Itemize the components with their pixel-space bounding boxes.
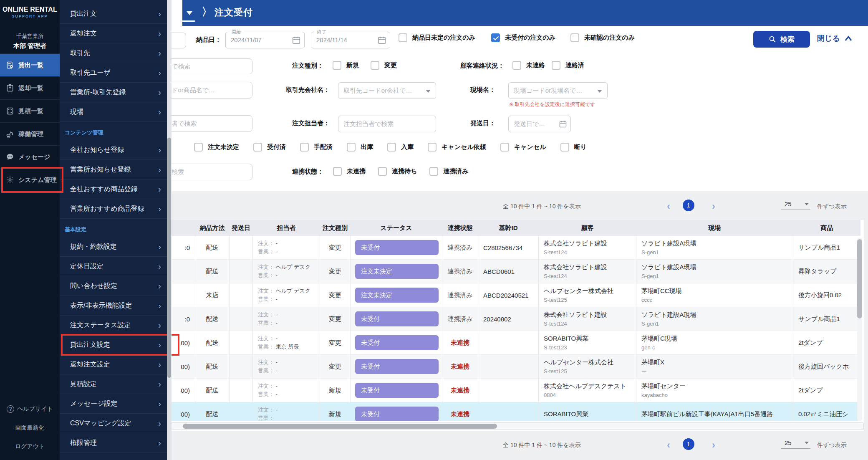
status-badge[interactable]: 未受付	[355, 311, 439, 326]
flyout-item-label: 営業所おすすめ商品登録	[70, 205, 144, 213]
status-checkbox[interactable]: 断り	[560, 143, 587, 152]
flyout-menu-item[interactable]: 貸出注文設定 ›	[60, 335, 167, 355]
close-filter-button[interactable]: 閉じる	[817, 33, 853, 43]
status-checkbox[interactable]: 受付済	[253, 143, 286, 152]
status-checkbox[interactable]: キャンセル依頼	[428, 143, 486, 152]
help-site-link[interactable]: ヘルプサイト	[0, 399, 60, 418]
table-row[interactable]: :0 配送 注文： - 営業： - 変更 未受付 連携済み	[100, 236, 860, 260]
order-type-checkbox[interactable]: 新規	[333, 61, 359, 70]
table-row[interactable]: 00) 配送 注文： - 営業： - 新規 未受付 未連携	[100, 379, 860, 402]
table-row[interactable]: 来店 注文： ヘルプ デスク 営業： - 変更 注文未決定 連携済み	[100, 283, 860, 307]
contact-status-checkbox[interactable]: 連絡済	[552, 61, 584, 70]
order-type-checkbox[interactable]: 変更	[371, 61, 397, 70]
flyout-menu-item[interactable]: 規約・約款設定 ›	[60, 237, 167, 257]
contact-status-checkbox[interactable]: 未連絡	[512, 61, 545, 70]
table-row[interactable]: :0 配送 注文： - 営業： - 変更 未受付 連携済み	[100, 307, 860, 331]
current-page-button[interactable]: 1	[683, 438, 694, 450]
sidebar-item-estimate-list[interactable]: 見積一覧	[0, 99, 60, 122]
search-button[interactable]: 検索	[753, 31, 810, 48]
status-badge[interactable]: 未受付	[355, 407, 439, 421]
header-tab-underline	[182, 20, 195, 22]
checkbox-unaccepted-orders[interactable]: 未受付の注文のみ	[491, 33, 555, 42]
cell-person: 注文： - 営業： 東京 所長	[252, 331, 320, 354]
scrollbar-thumb[interactable]	[167, 138, 171, 378]
table-row[interactable]: 00) 配送 注文： - 営業： 東京 所長 変更 未受付 未連携	[100, 331, 860, 355]
delivery-start-input[interactable]: 開始 2024/11/07	[225, 32, 305, 48]
site-name-select[interactable]: 現場コードor現場名で…	[508, 82, 608, 99]
flyout-menu-item[interactable]: 全社おすすめ商品登録 ›	[60, 179, 167, 199]
calendar-icon[interactable]	[292, 35, 301, 45]
flyout-menu-item[interactable]: 取引先ユーザ ›	[60, 63, 167, 83]
link-status-checkbox[interactable]: 未連携	[333, 167, 366, 176]
flyout-menu-item[interactable]: 営業所おすすめ商品登録 ›	[60, 199, 167, 219]
status-badge[interactable]: 注文未決定	[355, 288, 439, 303]
sidebar-item-lend-list[interactable]: 貸出一覧	[0, 53, 60, 76]
table-horizontal-scrollbar[interactable]	[63, 422, 864, 430]
refresh-screen-link[interactable]: 画面最新化	[0, 418, 60, 437]
status-checkbox[interactable]: 出庫	[347, 143, 373, 152]
prev-page-button[interactable]: ‹	[667, 201, 670, 211]
delivery-end-input[interactable]: 終了 2024/11/14	[311, 32, 390, 48]
flyout-menu-item[interactable]: 表示/非表示機能設定 ›	[60, 296, 167, 316]
status-checkbox[interactable]: 注文未決定	[194, 143, 239, 152]
current-page-button[interactable]: 1	[683, 200, 694, 211]
checkbox-box	[428, 143, 437, 152]
status-badge[interactable]: 未受付	[355, 240, 439, 255]
flyout-menu-item[interactable]: 定休日設定 ›	[60, 257, 167, 276]
client-company-select[interactable]: 取引先コードor会社で…	[338, 82, 436, 99]
flyout-menu-item[interactable]: 問い合わせ設定 ›	[60, 276, 167, 296]
per-page-select-bottom[interactable]: 25	[781, 439, 810, 449]
status-badge[interactable]: 未受付	[355, 335, 439, 350]
table-row[interactable]: 00) 配送 注文： - 営業： - 変更 未受付 未連携	[100, 355, 860, 379]
col-order-type: 注文種別	[320, 220, 350, 236]
flyout-item-label: 問い合わせ設定	[70, 282, 117, 291]
table-row[interactable]: 配送 注文： ヘルプ デスク 営業： - 変更 注文未決定 連携済み	[100, 260, 860, 283]
flyout-menu-item[interactable]: 注文ステータス設定 ›	[60, 316, 167, 335]
status-badge[interactable]: 注文未決定	[355, 264, 439, 279]
status-badge[interactable]: 未受付	[355, 383, 439, 398]
next-page-button[interactable]: ›	[712, 201, 715, 211]
status-checkbox[interactable]: キャンセル	[500, 143, 546, 152]
link-status-checkbox[interactable]: 連携待ち	[378, 167, 417, 176]
calendar-icon[interactable]	[559, 120, 567, 128]
prev-page-button[interactable]: ‹	[667, 440, 670, 450]
order-person-input[interactable]: 注文担当者で検索	[338, 116, 436, 132]
sidebar-item-system-admin[interactable]: システム管理 ›	[0, 168, 60, 191]
flyout-menu-item[interactable]: 現場 ›	[60, 102, 167, 122]
link-status-checkbox[interactable]: 連携済み	[429, 167, 468, 176]
status-checkbox[interactable]: 手配済	[300, 143, 333, 152]
per-page-select-top[interactable]: 25	[781, 200, 810, 210]
sidebar-item-operation[interactable]: 稼働管理	[0, 122, 60, 145]
flyout-menu-item[interactable]: 見積設定 ›	[60, 374, 167, 394]
flyout-menu-item[interactable]: 返却注文 ›	[60, 24, 167, 43]
table-vertical-scrollbar[interactable]	[857, 238, 862, 421]
logout-link[interactable]: ログアウト	[0, 437, 60, 456]
cell-product: 後方旋回バックホ	[793, 355, 860, 378]
flyout-scrollbar[interactable]	[167, 0, 172, 460]
flyout-menu-item[interactable]: 営業所お知らせ登録 ›	[60, 160, 167, 179]
person-order-label: 注文：	[258, 383, 274, 389]
checkbox-unconfirmed-orders[interactable]: 未確認の注文のみ	[570, 33, 635, 42]
flyout-menu-item[interactable]: 権限管理 ›	[60, 433, 167, 453]
status-badge[interactable]: 未受付	[355, 359, 439, 374]
contact-status-label: 顧客連絡状況：	[421, 62, 504, 70]
sidebar-item-return-list[interactable]: 返却一覧	[0, 76, 60, 99]
status-checkbox[interactable]: 入庫	[387, 143, 414, 152]
ship-date-input[interactable]: 発送日で…	[508, 116, 571, 132]
cell-order-type: 変更	[320, 355, 350, 378]
scrollbar-thumb[interactable]	[183, 424, 497, 429]
flyout-menu-item[interactable]: 返却注文設定 ›	[60, 355, 167, 374]
scrollbar-thumb[interactable]	[857, 239, 862, 318]
flyout-menu-item[interactable]: メッセージ設定 ›	[60, 394, 167, 414]
next-page-button[interactable]: ›	[712, 440, 715, 450]
flyout-menu-item[interactable]: 全社お知らせ登録 ›	[60, 140, 167, 160]
flyout-menu-item[interactable]: 貸出注文 ›	[60, 4, 167, 24]
flyout-menu-item[interactable]: 営業所-取引先登録 ›	[60, 83, 167, 102]
header-caret-down-icon[interactable]	[187, 11, 192, 15]
sidebar-item-messages[interactable]: メッセージ	[0, 145, 60, 168]
table-row[interactable]: 00) 配送 注文： - 営業： 新規 未受付 未連携	[100, 402, 860, 421]
checkbox-undated-orders[interactable]: 納品日未定の注文のみ	[399, 33, 475, 42]
flyout-menu-item[interactable]: 取引先 ›	[60, 43, 167, 63]
calendar-icon[interactable]	[377, 35, 386, 45]
flyout-menu-item[interactable]: CSVマッピング設定 ›	[60, 414, 167, 433]
